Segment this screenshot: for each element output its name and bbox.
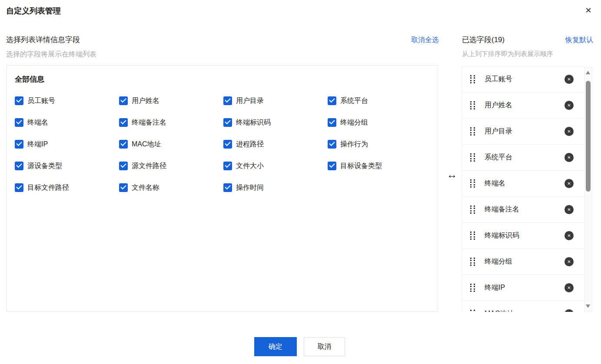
selected-field-label: MAC地址	[485, 309, 514, 312]
field-label: MAC地址	[132, 140, 161, 149]
selected-field-row[interactable]: 终端IP ✕	[462, 275, 584, 301]
field-label: 操作行为	[340, 140, 368, 149]
selected-field-row[interactable]: MAC地址 ✕	[462, 301, 584, 312]
scroll-up-icon[interactable]	[586, 71, 590, 74]
selected-field-label: 终端IP	[485, 283, 505, 292]
restore-default-link[interactable]: 恢复默认	[565, 36, 593, 45]
drag-handle-icon[interactable]	[470, 310, 475, 312]
checkbox-checked-icon[interactable]	[119, 96, 128, 105]
checkbox-checked-icon[interactable]	[223, 140, 232, 149]
checkbox-checked-icon[interactable]	[328, 96, 336, 105]
checkbox-checked-icon[interactable]	[223, 96, 232, 105]
selected-field-row[interactable]: 员工账号 ✕	[462, 66, 584, 93]
field-checkbox-item[interactable]: 源设备类型	[15, 162, 119, 171]
field-checkbox-item[interactable]: 终端IP	[15, 140, 119, 149]
selected-field-label: 员工账号	[485, 75, 512, 84]
group-title: 全部信息	[15, 74, 44, 84]
field-checkbox-item[interactable]: 用户姓名	[119, 96, 223, 106]
selected-field-label: 终端标识码	[485, 231, 519, 240]
remove-field-icon[interactable]: ✕	[564, 231, 574, 240]
field-checkbox-item[interactable]: 终端分组	[328, 118, 432, 127]
selected-fields-panel: 员工账号 ✕ 用户姓名 ✕ 用户目录 ✕ 系统平台 ✕ 终端名 ✕ 终端备注名	[462, 66, 592, 312]
selected-field-row[interactable]: 用户目录 ✕	[462, 119, 584, 145]
field-label: 终端标识码	[236, 118, 271, 127]
drag-handle-icon[interactable]	[470, 179, 475, 188]
remove-field-icon[interactable]: ✕	[564, 75, 574, 84]
cancel-button[interactable]: 取消	[304, 337, 345, 356]
field-checkbox-item[interactable]: 文件名称	[119, 183, 223, 192]
remove-field-icon[interactable]: ✕	[564, 283, 574, 292]
checkbox-checked-icon[interactable]	[119, 162, 128, 170]
remove-field-icon[interactable]: ✕	[564, 127, 574, 136]
drag-handle-icon[interactable]	[470, 232, 475, 240]
field-checkbox-item[interactable]: 源文件路径	[119, 162, 223, 171]
checkbox-checked-icon[interactable]	[328, 162, 336, 170]
field-label: 终端IP	[27, 140, 48, 149]
field-checkbox-item[interactable]: 操作时间	[223, 183, 328, 192]
deselect-all-link[interactable]: 取消全选	[411, 36, 439, 45]
selected-field-row[interactable]: 终端分组 ✕	[462, 249, 584, 275]
field-checkbox-item[interactable]: 终端名	[15, 118, 119, 127]
field-checkbox-item[interactable]: MAC地址	[119, 140, 223, 149]
checkbox-checked-icon[interactable]	[15, 162, 23, 170]
drag-handle-icon[interactable]	[470, 205, 475, 214]
field-checkbox-item[interactable]: 员工账号	[15, 96, 119, 106]
dialog-title: 自定义列表管理	[6, 6, 61, 16]
field-checkbox-item[interactable]: 终端标识码	[223, 118, 328, 127]
checkbox-checked-icon[interactable]	[223, 183, 232, 192]
field-label: 目标设备类型	[340, 162, 382, 171]
field-selection-panel: 全部信息 员工账号 用户姓名 用户目录 系统平台 终端名 终端备注名 终端标识码…	[7, 65, 438, 312]
confirm-button[interactable]: 确定	[254, 337, 297, 356]
checkbox-checked-icon[interactable]	[15, 183, 23, 192]
checkbox-checked-icon[interactable]	[223, 162, 232, 170]
checkbox-checked-icon[interactable]	[119, 118, 128, 127]
remove-field-icon[interactable]: ✕	[564, 179, 574, 188]
field-checkbox-item[interactable]: 终端备注名	[119, 118, 223, 127]
field-label: 文件大小	[236, 162, 264, 171]
drag-handle-icon[interactable]	[470, 101, 475, 110]
selected-field-label: 系统平台	[485, 153, 512, 162]
selected-field-row[interactable]: 终端备注名 ✕	[462, 197, 584, 223]
checkbox-checked-icon[interactable]	[119, 140, 128, 149]
field-checkbox-item[interactable]: 文件大小	[223, 162, 328, 171]
field-label: 员工账号	[27, 96, 55, 106]
drag-handle-icon[interactable]	[470, 258, 475, 266]
field-checkbox-item[interactable]: 进程路径	[223, 140, 328, 149]
remove-field-icon[interactable]: ✕	[564, 153, 574, 162]
drag-handle-icon[interactable]	[470, 284, 475, 292]
remove-field-icon[interactable]: ✕	[564, 205, 574, 214]
selected-field-row[interactable]: 终端标识码 ✕	[462, 223, 584, 249]
fields-checkbox-grid: 员工账号 用户姓名 用户目录 系统平台 终端名 终端备注名 终端标识码 终端分组…	[15, 90, 432, 199]
remove-field-icon[interactable]: ✕	[564, 257, 574, 266]
selected-field-row[interactable]: 用户姓名 ✕	[462, 93, 584, 119]
checkbox-checked-icon[interactable]	[328, 140, 336, 149]
selected-field-row[interactable]: 终端名 ✕	[462, 171, 584, 197]
drag-handle-icon[interactable]	[470, 127, 475, 136]
remove-field-icon[interactable]: ✕	[564, 309, 574, 312]
checkbox-checked-icon[interactable]	[223, 118, 232, 127]
close-icon[interactable]: ✕	[581, 3, 595, 17]
checkbox-checked-icon[interactable]	[15, 118, 23, 127]
checkbox-checked-icon[interactable]	[15, 96, 23, 105]
checkbox-checked-icon[interactable]	[328, 118, 336, 127]
field-checkbox-item[interactable]: 用户目录	[223, 96, 328, 106]
field-checkbox-item[interactable]: 目标设备类型	[328, 162, 432, 171]
field-label: 目标文件路径	[27, 183, 69, 192]
selected-fields-list: 员工账号 ✕ 用户姓名 ✕ 用户目录 ✕ 系统平台 ✕ 终端名 ✕ 终端备注名	[462, 66, 584, 312]
scrollbar[interactable]	[584, 67, 592, 312]
field-checkbox-item[interactable]: 目标文件路径	[15, 183, 119, 192]
field-checkbox-item[interactable]: 系统平台	[328, 96, 432, 106]
checkbox-checked-icon[interactable]	[15, 140, 23, 149]
selected-field-label: 用户目录	[485, 127, 512, 136]
selected-field-row[interactable]: 系统平台 ✕	[462, 145, 584, 171]
checkbox-checked-icon[interactable]	[119, 183, 128, 192]
scrollbar-thumb[interactable]	[586, 81, 591, 192]
remove-field-icon[interactable]: ✕	[564, 101, 574, 110]
field-checkbox-item[interactable]: 操作行为	[328, 140, 432, 149]
field-label: 进程路径	[236, 140, 264, 149]
drag-handle-icon[interactable]	[470, 153, 475, 162]
scroll-down-icon[interactable]	[586, 304, 590, 308]
selected-fields-heading: 已选字段(19)	[462, 35, 505, 45]
drag-handle-icon[interactable]	[470, 75, 475, 84]
field-label: 终端备注名	[132, 118, 166, 127]
